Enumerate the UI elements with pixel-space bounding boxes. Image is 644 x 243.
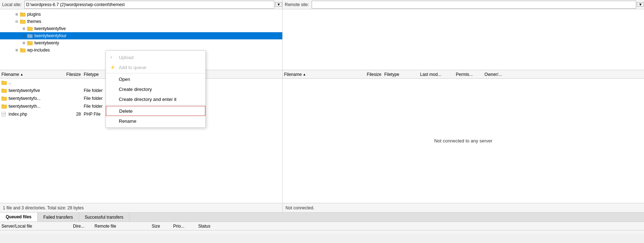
right-col-header-filename[interactable]: Filename ▲ xyxy=(284,72,356,77)
context-menu-createdir[interactable]: Create directory xyxy=(106,84,205,94)
left-status-bar: 1 file and 3 directories. Total size: 28… xyxy=(0,203,282,212)
local-site-label: Local site: xyxy=(0,2,24,7)
file-row-up-name: .. xyxy=(9,80,11,85)
queue-col-server: Server/Local file xyxy=(1,224,73,229)
context-menu-rename-label: Rename xyxy=(119,118,136,124)
right-col-header-owner[interactable]: Owner/... xyxy=(484,72,643,77)
context-menu-open[interactable]: Open xyxy=(106,74,205,84)
right-col-header-filetype[interactable]: Filetype xyxy=(384,72,420,77)
tab-successful-transfers[interactable]: Successful transfers xyxy=(79,213,130,222)
remote-site-label: Remote site: xyxy=(283,2,311,7)
context-menu: ↑ Upload ⚡ Add to queue Open Create dire… xyxy=(106,50,206,128)
context-menu-addqueue[interactable]: ⚡ Add to queue xyxy=(106,62,205,72)
context-menu-open-label: Open xyxy=(119,77,130,82)
tab-queued-label: Queued files xyxy=(6,214,31,219)
svg-rect-9 xyxy=(27,41,29,42)
tree-item-twentytwentyfive[interactable]: ⊞ twentytwentyfive xyxy=(0,25,282,32)
context-menu-sep1 xyxy=(106,73,205,73)
queue-col-direction-label: Dire... xyxy=(73,224,84,229)
right-status-text: Not connected. xyxy=(286,205,314,210)
svg-rect-3 xyxy=(20,20,22,21)
queue-col-remote-label: Remote file xyxy=(94,224,116,229)
tab-failed-transfers[interactable]: Failed transfers xyxy=(38,213,79,222)
queue-col-size-label: Size xyxy=(152,224,160,229)
context-menu-delete-label: Delete xyxy=(119,108,133,114)
folder-icon-themes xyxy=(20,19,26,24)
context-menu-sep2 xyxy=(106,105,205,105)
file-row-ttf-name: twentytwentyfive xyxy=(9,88,40,93)
left-status-text: 1 file and 3 directories. Total size: 28… xyxy=(3,205,84,210)
tree-item-twentytwentyfour[interactable]: ⊞ twentytwentyfour xyxy=(0,32,282,39)
queue-col-remote: Remote file xyxy=(94,224,152,229)
tree-item-themes[interactable]: ⊟ themes xyxy=(0,18,282,25)
folder-up-icon xyxy=(1,80,7,85)
col-header-filename[interactable]: Filename ▲ xyxy=(1,72,59,77)
right-col-header-perms[interactable]: Permis... xyxy=(456,72,484,77)
expand-icon-themes: ⊟ xyxy=(14,19,19,24)
local-site-input[interactable] xyxy=(24,1,274,9)
right-col-filetype-label: Filetype xyxy=(384,72,399,77)
not-connected-text: Not connected to any server xyxy=(434,138,493,144)
svg-rect-19 xyxy=(1,105,4,106)
col-filename-label: Filename xyxy=(1,72,19,77)
queue-col-server-label: Server/Local file xyxy=(1,224,32,229)
folder-icon-wpi xyxy=(20,48,26,53)
right-col-filename-label: Filename xyxy=(284,72,302,77)
file-row-tt4-name: twentytwentyfo... xyxy=(9,96,40,101)
file-row-indexphp-size: 28 xyxy=(59,112,84,117)
svg-rect-13 xyxy=(1,81,4,82)
tree-label-themes: themes xyxy=(27,19,41,24)
context-menu-createdir-enter-label: Create directory and enter it xyxy=(119,97,176,102)
tree-item-plugins[interactable]: ⊞ plugins xyxy=(0,11,282,18)
queue-col-priority-label: Prio... xyxy=(173,224,184,229)
right-panel: Filename ▲ Filesize Filetype Last mod...… xyxy=(283,9,644,212)
right-col-header-filesize[interactable]: Filesize xyxy=(356,72,384,77)
local-site-dropdown[interactable]: ▼ xyxy=(275,2,282,7)
folder-icon-plugins xyxy=(20,12,26,17)
tab-queued-files[interactable]: Queued files xyxy=(0,213,38,222)
context-menu-createdir-enter[interactable]: Create directory and enter it xyxy=(106,94,205,104)
upload-icon: ↑ xyxy=(110,55,117,59)
tree-label-wpi: wp-includes xyxy=(27,48,50,53)
right-col-perms-label: Permis... xyxy=(456,72,473,77)
file-row-tt3-name: twentytwentyth... xyxy=(9,104,40,109)
sort-arrow-filename: ▲ xyxy=(20,73,23,76)
right-col-header-lastmod[interactable]: Last mod... xyxy=(420,72,456,77)
queue-col-status-label: Status xyxy=(198,224,210,229)
folder-icon-tt4 xyxy=(27,33,33,38)
right-col-lastmod-label: Last mod... xyxy=(420,72,441,77)
file-icon-indexphp xyxy=(1,112,7,117)
queue-area: Queued files Failed transfers Successful… xyxy=(0,212,644,234)
tab-successful-label: Successful transfers xyxy=(85,215,123,220)
expand-icon-wpi: ⊞ xyxy=(14,48,19,53)
svg-rect-20 xyxy=(2,112,5,116)
queue-col-size: Size xyxy=(152,224,173,229)
col-header-filesize[interactable]: Filesize xyxy=(59,72,84,77)
expand-icon-tt4: ⊞ xyxy=(21,33,26,38)
folder-icon-tt xyxy=(27,40,33,45)
tree-label-ttf: twentytwentyfive xyxy=(34,26,66,31)
svg-rect-15 xyxy=(1,89,4,90)
context-menu-rename[interactable]: Rename xyxy=(106,116,205,126)
queue-tabs: Queued files Failed transfers Successful… xyxy=(0,213,644,222)
context-menu-upload[interactable]: ↑ Upload xyxy=(106,52,205,62)
remote-site-input[interactable] xyxy=(312,1,636,9)
main-content: ⊞ plugins ⊟ themes xyxy=(0,9,644,212)
right-file-list-header: Filename ▲ Filesize Filetype Last mod...… xyxy=(283,70,644,79)
folder-icon-ttf-list xyxy=(1,88,7,93)
expand-icon-tt: ⊞ xyxy=(21,40,26,45)
context-menu-createdir-label: Create directory xyxy=(119,87,152,92)
remote-site-dropdown[interactable]: ▼ xyxy=(637,2,644,7)
folder-icon-ttf xyxy=(27,26,33,31)
tree-item-twentytwenty[interactable]: ⊞ twentytwenty xyxy=(0,39,282,47)
queue-col-direction: Dire... xyxy=(73,224,94,229)
context-menu-addqueue-label: Add to queue xyxy=(119,65,146,70)
queue-col-priority: Prio... xyxy=(173,224,198,229)
svg-rect-7 xyxy=(27,34,29,35)
queue-columns: Server/Local file Dire... Remote file Si… xyxy=(0,222,644,230)
folder-icon-tt3-list xyxy=(1,104,7,109)
context-menu-delete[interactable]: Delete xyxy=(106,106,205,116)
left-panel: ⊞ plugins ⊟ themes xyxy=(0,9,283,212)
file-row-indexphp-name: index.php xyxy=(9,112,27,117)
right-status-bar: Not connected. xyxy=(283,203,644,212)
